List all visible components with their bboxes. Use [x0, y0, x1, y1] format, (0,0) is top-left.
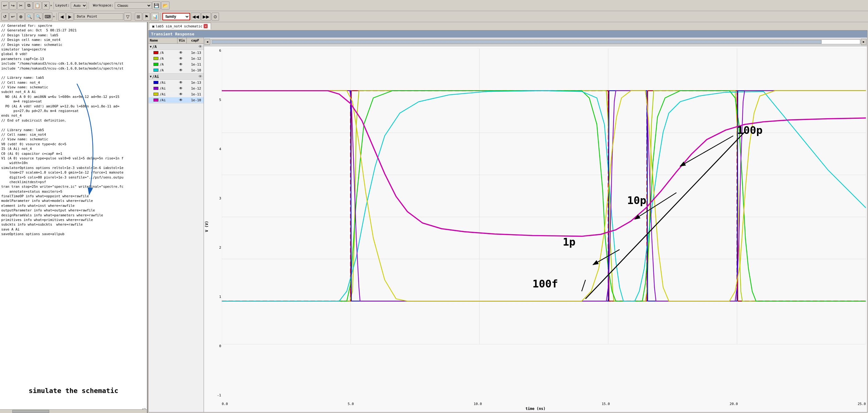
sep3: [56, 13, 57, 20]
signal-vis-A-1e12[interactable]: 👁: [176, 56, 185, 61]
x-axis-labels: 0.0 5.0 10.0 15.0 20.0 25.0: [222, 402, 866, 406]
signal-row-A-1e11[interactable]: /A 👁 1e-11: [149, 62, 204, 67]
family-select[interactable]: family: [162, 13, 190, 20]
group-A-eye[interactable]: 👁: [198, 44, 203, 49]
delete-btn[interactable]: ✕: [42, 2, 50, 9]
signal-group-Ai-header[interactable]: ▼ /Ai 👁: [149, 73, 204, 80]
signal-vis-A-1e13[interactable]: 👁: [176, 51, 185, 55]
signal-row-A-1e12[interactable]: /A 👁 1e-12: [149, 56, 204, 62]
sep5: [160, 13, 161, 20]
scroll-left-btn[interactable]: ◀: [205, 39, 210, 45]
code-scrollbar-h[interactable]: [0, 409, 147, 413]
signal-vis-Ai-1e13[interactable]: 👁: [176, 80, 185, 85]
signal-color-Ai-1e10: [154, 98, 158, 101]
signal-name-A-1e12: /A: [160, 57, 176, 61]
x-label-25: 25.0: [858, 402, 866, 406]
signal-color-Ai-1e13: [154, 81, 158, 84]
signal-row-Ai-1e13[interactable]: /Ai 👁 1e-13: [149, 80, 204, 86]
undo-btn[interactable]: ↩: [1, 2, 9, 9]
x-label-5: 5.0: [348, 402, 354, 406]
back-btn[interactable]: ↺: [1, 12, 9, 21]
layout-select[interactable]: Auto: [71, 2, 87, 9]
forward-btn[interactable]: ↩: [9, 12, 17, 21]
family-next-btn[interactable]: ▶▶: [201, 12, 211, 21]
y-axis-labels: 6 5 4 3 2 1 0 -1: [210, 49, 221, 397]
tab-close-btn[interactable]: ✕: [204, 24, 208, 28]
pan-left-btn[interactable]: ◀: [58, 12, 65, 21]
x-label-10: 10.0: [474, 402, 482, 406]
sep4: [133, 13, 133, 20]
svg-text:100f: 100f: [532, 277, 558, 290]
signal-row-Ai-1e11[interactable]: /Ai 👁 1e-11: [149, 91, 204, 97]
waveform-content: Transient Response Name Vis capF ▼: [148, 30, 867, 412]
signal-vis-A-1e10[interactable]: 👁: [176, 68, 185, 72]
zoom-in-btn[interactable]: 🔍: [25, 12, 33, 21]
toolbar-more2[interactable]: »: [53, 13, 55, 20]
data-point-display[interactable]: Data Point: [74, 13, 123, 20]
workspace-label: Workspace:: [93, 3, 113, 7]
chart-main: V (V) 6 5 4 3 2 1 0 -1: [204, 46, 867, 412]
x-label-15: 15.0: [601, 402, 610, 406]
chart-scrollbar[interactable]: ◀ ▶: [204, 37, 867, 46]
signal-group-A-header[interactable]: ▼ /A 👁: [149, 44, 204, 50]
signal-vis-A-1e11[interactable]: 👁: [176, 62, 185, 66]
zoom-out-btn[interactable]: 🔍: [34, 12, 42, 21]
signal-group-A: ▼ /A 👁 /A 👁 1e-13: [149, 44, 204, 73]
paste-btn[interactable]: 📋: [33, 2, 41, 9]
toolbar-more1[interactable]: »: [50, 2, 52, 9]
signal-color-A-1e10: [154, 69, 158, 72]
signal-cap-Ai-1e13: 1e-13: [185, 81, 203, 85]
tab-icon: ▣: [152, 24, 154, 28]
signal-color-A-1e11: [154, 63, 158, 66]
svg-text:10p: 10p: [627, 194, 646, 206]
signal-vis-Ai-1e10[interactable]: 👁: [176, 98, 185, 102]
redo-btn[interactable]: ↪: [9, 2, 17, 9]
ws-save-btn[interactable]: 💾: [152, 2, 160, 9]
code-scroll-thumb[interactable]: [12, 410, 49, 413]
cut-btn[interactable]: ✂: [17, 2, 25, 9]
signal-row-A-1e10[interactable]: /A 👁 1e-10: [149, 67, 204, 73]
zoom-fit-btn[interactable]: ⊕: [17, 12, 25, 21]
svg-text:100p: 100p: [737, 124, 763, 136]
signal-vis-Ai-1e12[interactable]: 👁: [176, 86, 185, 90]
y-label-5: 5: [219, 98, 221, 102]
signal-vis-Ai-1e11[interactable]: 👁: [176, 92, 185, 96]
signal-color-A-1e13: [154, 51, 158, 54]
group-Ai-eye[interactable]: 👁: [198, 74, 203, 79]
layout-container: Layout: Auto: [55, 2, 87, 9]
signal-name-Ai-1e13: /Ai: [160, 81, 176, 85]
signal-cap-Ai-1e10: 1e-10: [185, 98, 203, 102]
signal-row-Ai-1e12[interactable]: /Ai 👁 1e-12: [149, 86, 204, 91]
group-Ai-name: /Ai: [152, 75, 159, 79]
simulate-label: simulate the schematic: [29, 387, 118, 394]
zoom-region-btn[interactable]: ⌨: [43, 12, 52, 21]
family-opt-btn[interactable]: ⊙: [212, 12, 219, 21]
y-label-1: 1: [219, 295, 221, 299]
scroll-thumb[interactable]: [212, 40, 822, 44]
signal-cap-A-1e11: 1e-11: [185, 62, 203, 66]
waveform-tab[interactable]: ▣ lab5 sim_not4 schematic ✕: [149, 23, 211, 30]
scroll-track[interactable]: [211, 39, 860, 44]
signal-color-Ai-1e11: [154, 93, 158, 96]
tab-bar: ▣ lab5 sim_not4 schematic ✕: [148, 22, 868, 30]
marker-btn[interactable]: ⚑: [143, 12, 150, 21]
workspace-select[interactable]: Classic: [115, 2, 152, 9]
x-label-0: 0.0: [222, 402, 228, 406]
family-prev-btn[interactable]: ◀◀: [191, 12, 200, 21]
signal-row-Ai-1e10[interactable]: /Ai 👁 1e-10: [149, 97, 204, 103]
scroll-right-btn[interactable]: ▶: [861, 39, 866, 45]
signal-header: Name Vis capF: [149, 37, 204, 44]
signal-cap-Ai-1e11: 1e-11: [185, 92, 203, 96]
chart-btn[interactable]: 📊: [151, 12, 159, 21]
signal-header-name: Name: [149, 37, 178, 43]
pan-right-btn[interactable]: ▶: [66, 12, 73, 21]
y-label-3: 3: [219, 196, 221, 200]
calc-btn[interactable]: ⊞: [135, 12, 142, 21]
signal-row-A-1e13[interactable]: /A 👁 1e-13: [149, 50, 204, 56]
y-axis-title: V (V): [205, 227, 209, 232]
measure-btn[interactable]: ▽: [124, 12, 131, 21]
signal-cap-A-1e13: 1e-13: [185, 51, 203, 55]
ws-load-btn[interactable]: 📂: [161, 2, 169, 9]
copy-btn[interactable]: ⧉: [25, 2, 33, 9]
signal-cap-A-1e12: 1e-12: [185, 57, 203, 61]
